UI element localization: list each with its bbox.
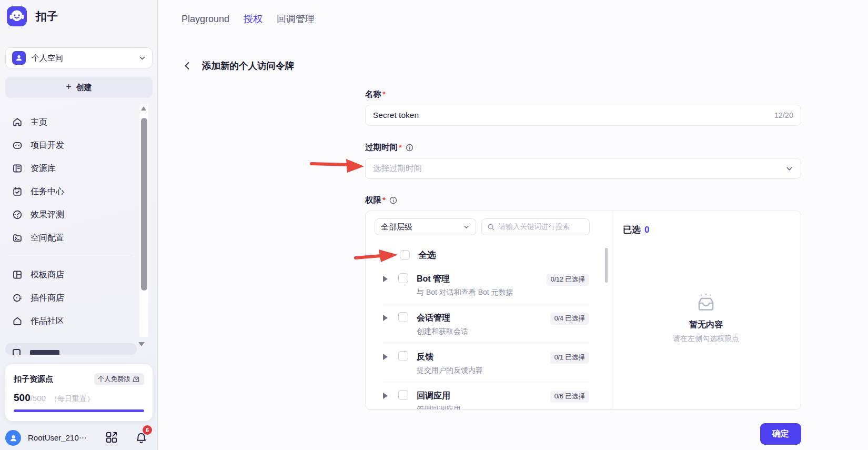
required-asterisk: * <box>382 195 386 205</box>
group-title: 反馈 <box>417 351 550 363</box>
page-header: 添加新的个人访问令牌 <box>183 59 294 72</box>
sidebar-item-community[interactable]: 作品社区 <box>5 309 136 333</box>
group-title: 回调应用 <box>417 389 550 402</box>
group-count-badge: 0/1 已选择 <box>550 352 589 364</box>
community-home-icon <box>12 316 23 326</box>
home-icon <box>12 117 23 127</box>
clipped-item-text <box>30 350 59 355</box>
empty-state-hint: 请在左侧勾选权限点 <box>611 334 801 344</box>
group-checkbox[interactable] <box>398 390 408 400</box>
permission-list-pane: 全部层级 请输入关键词进行搜索 全选 <box>366 211 611 409</box>
expire-select[interactable]: 选择过期时间 <box>365 158 801 179</box>
sidebar-nav: 主页 项目开发 资源库 <box>5 111 136 333</box>
plug-icon <box>12 293 23 303</box>
sidebar-item-space-config[interactable]: 空间配置 <box>5 226 136 249</box>
required-asterisk: * <box>399 143 402 152</box>
group-count-badge: 0/4 已选择 <box>550 313 589 325</box>
select-all-checkbox[interactable] <box>400 250 410 260</box>
quota-total: /500 <box>31 394 46 403</box>
info-icon[interactable] <box>389 196 397 204</box>
user-row: RootUser_210⋯ 6 <box>5 427 153 448</box>
group-checkbox[interactable] <box>398 351 408 361</box>
scroll-up-arrow-icon[interactable] <box>141 106 146 111</box>
workspace-avatar-icon <box>12 51 26 65</box>
calendar-check-icon <box>12 186 23 197</box>
sidebar-item-resource-library[interactable]: 资源库 <box>5 157 136 180</box>
back-button[interactable] <box>183 61 191 71</box>
tab-authorization[interactable]: 授权 <box>244 13 263 25</box>
sidebar-scrollbar[interactable] <box>139 104 148 337</box>
search-placeholder: 请输入关键词进行搜索 <box>499 222 570 232</box>
chevron-down-icon <box>463 224 470 231</box>
group-count-badge: 0/6 已选择 <box>550 391 589 403</box>
sidebar-item-home[interactable]: 主页 <box>5 111 136 134</box>
plan-badge[interactable]: 个人免费版 <box>94 373 145 385</box>
search-icon <box>487 223 495 231</box>
sidebar-item-clipped[interactable] <box>5 343 137 355</box>
permission-group-feedback: 反馈 提交用户的反馈内容 0/1 已选择 <box>383 344 589 383</box>
robot-icon <box>12 140 23 151</box>
user-avatar[interactable] <box>5 430 21 446</box>
sidebar-item-plugin-store[interactable]: 插件商店 <box>5 286 136 309</box>
group-count-badge: 0/12 已选择 <box>547 274 589 286</box>
apps-launcher-button[interactable] <box>105 431 118 444</box>
name-input-value: Secret token <box>373 111 419 120</box>
template-grid-icon <box>12 269 23 280</box>
tab-playground[interactable]: Playground <box>181 14 229 25</box>
create-button[interactable]: + 创建 <box>5 77 153 98</box>
sidebar-item-template-store[interactable]: 模板商店 <box>5 263 136 286</box>
expire-field-label: 过期时间* <box>365 142 801 153</box>
expand-caret-icon[interactable] <box>383 315 388 321</box>
info-icon[interactable] <box>406 144 413 152</box>
resource-points-card: 扣子资源点 个人免费版 500 /500 （每日重置） <box>5 364 153 421</box>
sidebar-divider <box>8 256 133 256</box>
group-title: 会话管理 <box>417 312 550 324</box>
selected-count: 0 <box>644 225 649 235</box>
terminal-icon <box>12 233 23 243</box>
name-char-counter: 12/20 <box>774 111 793 119</box>
group-description: 提交用户的反馈内容 <box>417 364 550 376</box>
select-all-row: 全选 <box>400 249 611 261</box>
sidebar: 扣子 个人空间 + 创建 主页 <box>0 0 158 450</box>
sidebar-scrollbar-thumb[interactable] <box>141 118 147 291</box>
permission-search-input[interactable]: 请输入关键词进行搜索 <box>481 218 590 235</box>
group-title: Bot 管理 <box>417 273 547 285</box>
expand-caret-icon[interactable] <box>383 393 388 399</box>
quota-current: 500 <box>14 392 31 404</box>
permission-group-callback: 回调应用 管理回调应用 0/6 已选择 <box>383 383 589 410</box>
coze-logo-icon[interactable] <box>7 6 27 26</box>
group-checkbox[interactable] <box>398 312 408 322</box>
group-description: 创建和获取会话 <box>417 325 550 337</box>
selected-label: 已选 <box>623 224 641 236</box>
notification-count-badge: 6 <box>143 425 152 435</box>
scroll-down-arrow-icon[interactable] <box>138 342 145 346</box>
permission-field-label: 权限* <box>365 194 801 206</box>
selected-permissions-pane: 已选 0 暂无内容 请在左侧勾选权限点 <box>611 211 801 409</box>
confirm-button[interactable]: 确定 <box>760 423 801 445</box>
workspace-selector[interactable]: 个人空间 <box>5 47 153 68</box>
permission-list-scrollbar-thumb[interactable] <box>605 248 608 283</box>
tab-callback-management[interactable]: 回调管理 <box>277 13 315 25</box>
token-form: 名称* Secret token 12/20 过期时间* 选择过期时间 <box>365 88 801 445</box>
permission-group-conversation: 会话管理 创建和获取会话 0/4 已选择 <box>383 305 589 344</box>
level-filter-select[interactable]: 全部层级 <box>375 218 476 235</box>
quota-progress-bar <box>14 409 144 412</box>
required-asterisk: * <box>382 89 386 99</box>
expand-caret-icon[interactable] <box>383 276 388 282</box>
name-input[interactable]: Secret token 12/20 <box>365 105 801 126</box>
chevron-down-icon <box>785 165 793 173</box>
gauge-icon <box>12 209 23 220</box>
sidebar-item-task-center[interactable]: 任务中心 <box>5 180 136 203</box>
chevron-down-icon <box>139 55 146 62</box>
expand-caret-icon[interactable] <box>383 354 388 360</box>
top-navigation: Playground 授权 回调管理 <box>181 13 315 25</box>
sidebar-item-project-dev[interactable]: 项目开发 <box>5 134 136 157</box>
quota-note: （每日重置） <box>50 394 94 404</box>
permission-groups-list: Bot 管理 与 Bot 对话和查看 Bot 元数据 0/12 已选择 会话管理… <box>366 266 611 410</box>
user-name: RootUser_210⋯ <box>28 433 87 443</box>
group-checkbox[interactable] <box>398 273 408 283</box>
brand-row: 扣子 <box>7 6 58 26</box>
brand-name: 扣子 <box>36 9 58 24</box>
name-field-label: 名称* <box>365 88 801 100</box>
sidebar-item-evaluation[interactable]: 效果评测 <box>5 203 136 226</box>
